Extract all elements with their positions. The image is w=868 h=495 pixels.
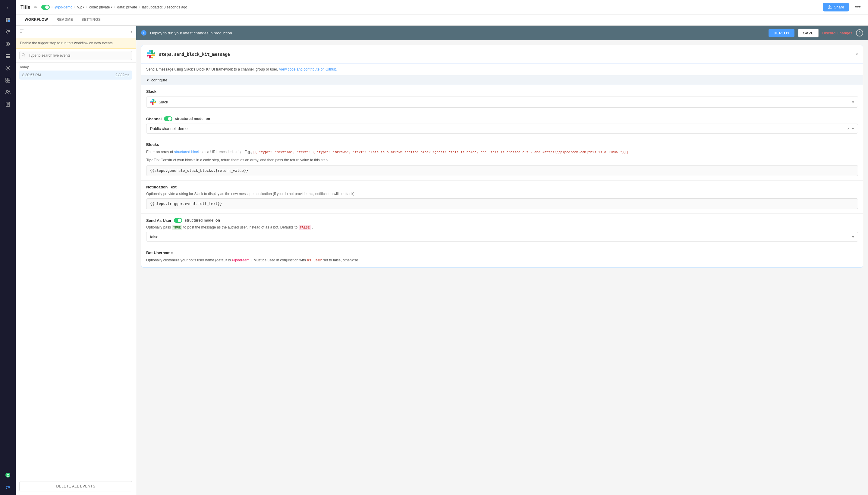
upload-icon[interactable] <box>2 470 13 480</box>
collapse-icon[interactable]: › <box>131 30 132 34</box>
search-input[interactable] <box>19 51 132 60</box>
blocks-code-input[interactable]: {{steps.generate_slack_blocks.$return_va… <box>146 165 858 176</box>
notification-description: Optionally provide a string for Slack to… <box>146 192 858 196</box>
topbar: Title ✏ • @pd-demo • v.2 ▾ • code: priva… <box>16 0 868 15</box>
workflow-toggle[interactable] <box>41 5 50 10</box>
svg-point-28 <box>22 54 24 56</box>
email-icon[interactable]: @ <box>2 482 13 493</box>
slack-select[interactable]: Slack ▾ <box>146 96 858 108</box>
share-button[interactable]: Share <box>823 3 849 12</box>
discard-button[interactable]: Discard Changes <box>822 31 852 35</box>
send-as-user-label: Send As User structured mode: on <box>146 218 858 223</box>
svg-rect-12 <box>6 57 10 58</box>
git-branch-icon[interactable] <box>2 27 13 37</box>
expand-icon[interactable]: › <box>2 2 13 13</box>
configure-header[interactable]: ▼ configure <box>141 75 863 85</box>
bot-username-section: Bot Username Optionally customize your b… <box>141 246 863 268</box>
channel-arrow-icon: ▾ <box>852 126 854 131</box>
false-select-arrow: ▾ <box>852 235 854 239</box>
debug-icon[interactable] <box>2 39 13 49</box>
svg-rect-2 <box>6 20 7 22</box>
blocks-hint: Enter an array of structured blocks as a… <box>146 149 858 155</box>
workflow-icon[interactable] <box>2 15 13 25</box>
blocks-field-label: Blocks <box>146 142 858 147</box>
settings-icon[interactable] <box>2 63 13 73</box>
step-description: Send a message using Slack's Block Kit U… <box>141 64 863 75</box>
deploy-button[interactable]: DEPLOY <box>768 29 794 37</box>
send-as-user-section: Send As User structured mode: on Optiona… <box>141 214 863 246</box>
slack-select-arrow: ▾ <box>852 100 854 104</box>
topbar-meta: • @pd-demo • v.2 ▾ • code: private ▾ • d… <box>41 5 188 10</box>
svg-rect-16 <box>6 81 7 82</box>
meta-code[interactable]: code: private ▾ <box>89 5 112 9</box>
slack-logo <box>146 49 156 59</box>
meta-version[interactable]: v.2 ▾ <box>77 5 84 9</box>
event-time: 8:30:57 PM <box>22 73 112 77</box>
channel-value: Public channel: demo <box>150 126 847 131</box>
configure-label: configure <box>151 78 167 82</box>
content-area: › Enable the trigger step to run this wo… <box>16 25 868 495</box>
deploy-text: Deploy to run your latest changes in pro… <box>150 31 765 35</box>
tab-workflow[interactable]: WORKFLOW <box>20 15 52 25</box>
event-row[interactable]: 8:30:57 PM 2,882ms <box>19 70 132 80</box>
step-card: steps.send_block_kit_message × Send a me… <box>141 45 863 268</box>
tab-readme[interactable]: README <box>52 15 77 25</box>
blocks-hint-code: [{ "type": "section", "text": { "type": … <box>253 150 628 154</box>
help-button[interactable]: ? <box>856 29 863 36</box>
svg-rect-17 <box>8 81 10 82</box>
share-icon <box>828 5 832 9</box>
svg-line-29 <box>24 56 25 57</box>
meta-data: data: private <box>117 5 137 9</box>
channel-input[interactable]: Public channel: demo × ▾ <box>146 124 858 134</box>
meta-handle: @pd-demo <box>55 5 73 9</box>
pipedream-brand: Pipedream <box>232 258 249 262</box>
more-button[interactable]: ••• <box>853 3 863 12</box>
true-badge: TRUE <box>172 225 183 230</box>
svg-point-19 <box>8 91 10 92</box>
slack-select-text: Slack <box>158 100 850 104</box>
channel-toggle[interactable] <box>164 116 172 121</box>
sidebar: › <box>0 0 16 495</box>
github-link[interactable]: View code and contribute on Github. <box>279 67 337 71</box>
edit-icon[interactable]: ✏ <box>34 5 38 10</box>
bot-username-description: Optionally customize your bot's user nam… <box>146 257 858 263</box>
svg-rect-0 <box>6 18 7 20</box>
docs-icon[interactable] <box>2 99 13 110</box>
save-button[interactable]: SAVE <box>798 29 819 37</box>
svg-rect-1 <box>8 18 10 20</box>
svg-point-9 <box>7 44 9 45</box>
grid-icon[interactable] <box>2 75 13 86</box>
send-as-user-select[interactable]: false ▾ <box>146 232 858 242</box>
search-icon <box>22 53 25 58</box>
delete-all-button[interactable]: DELETE ALL EVENTS <box>19 481 132 491</box>
close-icon[interactable]: × <box>855 52 858 57</box>
svg-rect-10 <box>6 54 10 55</box>
users-icon[interactable] <box>2 87 13 98</box>
step-title: steps.send_block_kit_message <box>159 52 852 57</box>
channel-field-section: Channel structured mode: on Public chann… <box>141 112 863 138</box>
channel-clear-icon[interactable]: × <box>847 126 850 131</box>
tabs-bar: WORKFLOW README SETTINGS <box>16 15 868 25</box>
list-icon <box>19 29 24 35</box>
blocks-tip: Tip: Tip: Construct your blocks in a cod… <box>146 157 858 163</box>
info-icon: i <box>141 30 146 36</box>
deploy-banner: i Deploy to run your latest changes in p… <box>136 25 868 40</box>
notification-code-input[interactable]: {{steps.trigger.event.full_text}} <box>146 198 858 209</box>
meta-updated: last updated: 3 seconds ago <box>142 5 187 9</box>
left-panel-header: › <box>16 25 136 38</box>
channel-field-label: Channel structured mode: on <box>146 116 858 121</box>
configure-arrow: ▼ <box>146 79 150 82</box>
slack-select-icon <box>150 99 156 105</box>
svg-rect-15 <box>8 78 10 80</box>
bot-username-label: Bot Username <box>146 251 858 255</box>
version-chevron: ▾ <box>83 5 84 9</box>
structured-mode-label: structured mode: on <box>175 117 210 121</box>
svg-point-5 <box>6 33 7 34</box>
data-icon[interactable] <box>2 51 13 62</box>
structured-blocks-link[interactable]: structured blocks <box>174 150 202 154</box>
tab-settings[interactable]: SETTINGS <box>77 15 105 25</box>
blocks-field-section: Blocks Enter an array of structured bloc… <box>141 138 863 181</box>
as-user-code: as_user <box>307 258 322 262</box>
slack-field-section: Slack Slack <box>141 85 863 112</box>
send-as-user-toggle[interactable] <box>174 218 183 223</box>
